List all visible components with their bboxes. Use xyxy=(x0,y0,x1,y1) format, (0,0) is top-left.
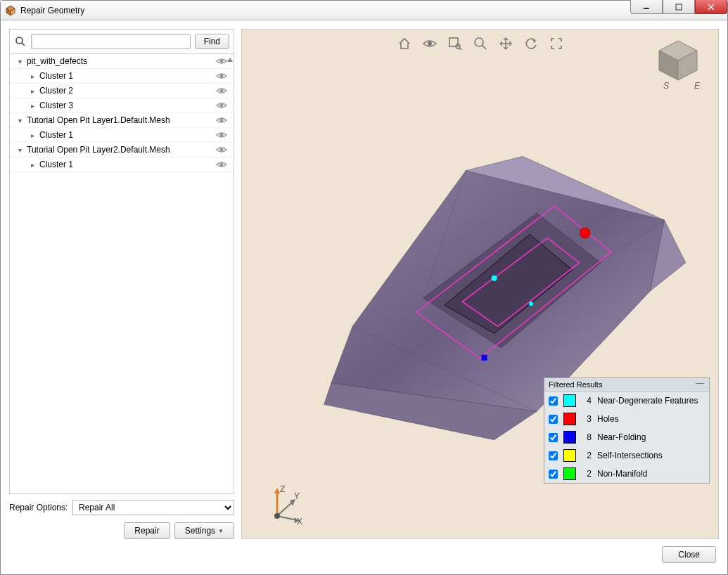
filter-label: Near-Degenerate Features xyxy=(597,396,705,406)
repair-options-select[interactable]: Repair All xyxy=(72,500,234,515)
color-swatch xyxy=(563,449,576,462)
scroll-up-icon[interactable] xyxy=(227,56,233,62)
filter-checkbox[interactable] xyxy=(549,451,558,460)
axis-gizmo[interactable]: Z Y X xyxy=(263,485,302,524)
dialog-footer: Close xyxy=(9,546,719,566)
tree-twist-icon[interactable]: ▾ xyxy=(14,146,25,154)
filter-checkbox[interactable] xyxy=(549,433,558,442)
filter-item[interactable]: 4Near-Degenerate Features xyxy=(544,392,709,410)
zoom-icon[interactable] xyxy=(472,35,489,52)
color-swatch xyxy=(563,431,576,444)
maximize-button[interactable] xyxy=(663,0,695,14)
tree-node[interactable]: ▾Tutorial Open Pit Layer2.Default.Mesh xyxy=(10,143,234,157)
filter-label: Near-Folding xyxy=(597,432,705,442)
filter-checkbox[interactable] xyxy=(549,470,558,479)
svg-rect-44 xyxy=(482,355,487,361)
filtered-results-header[interactable]: Filtered Results — xyxy=(544,378,709,392)
viewport-3d[interactable]: S E xyxy=(241,29,719,539)
tree-node[interactable]: ▸Cluster 2 xyxy=(10,84,234,98)
home-icon[interactable] xyxy=(396,35,413,52)
navigation-cube[interactable]: S E xyxy=(651,37,705,91)
object-tree[interactable]: ▾pit_with_defects▸Cluster 1▸Cluster 2▸Cl… xyxy=(9,53,234,494)
repair-button[interactable]: Repair xyxy=(124,522,170,539)
tree-node[interactable]: ▾pit_with_defects xyxy=(10,54,234,69)
panel-minimize-icon[interactable]: — xyxy=(695,380,705,389)
svg-text:X: X xyxy=(297,517,302,524)
svg-text:Z: Z xyxy=(280,485,285,494)
visibility-eye-icon[interactable] xyxy=(215,99,228,112)
close-button[interactable]: Close xyxy=(662,546,716,563)
tree-twist-icon[interactable]: ▸ xyxy=(27,161,38,169)
svg-point-43 xyxy=(529,302,533,306)
repair-options-label: Repair Options: xyxy=(9,503,68,512)
left-panel: Find ▾pit_with_defects▸Cluster 1▸Cluster… xyxy=(9,29,234,539)
filter-item[interactable]: 2Non-Manifold xyxy=(544,465,709,483)
zoom-box-icon[interactable] xyxy=(447,35,464,52)
search-row: Find xyxy=(9,29,234,53)
svg-text:S: S xyxy=(663,81,669,91)
tree-node[interactable]: ▸Cluster 1 xyxy=(10,157,234,172)
filter-item[interactable]: 8Near-Folding xyxy=(544,428,709,446)
svg-point-12 xyxy=(220,89,224,93)
find-button[interactable]: Find xyxy=(195,34,229,49)
close-window-button[interactable] xyxy=(695,0,727,14)
tree-twist-icon[interactable]: ▸ xyxy=(27,87,38,95)
svg-point-16 xyxy=(220,148,224,152)
svg-point-18 xyxy=(428,41,432,46)
tree-node[interactable]: ▸Cluster 1 xyxy=(10,128,234,143)
visibility-eye-icon[interactable] xyxy=(215,55,228,67)
pan-icon[interactable] xyxy=(497,35,514,52)
tree-twist-icon[interactable]: ▾ xyxy=(14,58,25,65)
filter-label: Non-Manifold xyxy=(597,469,705,479)
visibility-eye-icon[interactable] xyxy=(215,129,228,141)
filtered-results-title: Filtered Results xyxy=(549,380,695,389)
filter-count: 8 xyxy=(582,432,592,442)
expand-icon[interactable] xyxy=(548,35,565,52)
tree-label: Cluster 1 xyxy=(38,71,215,81)
filter-item[interactable]: 2Self-Intersections xyxy=(544,446,709,465)
svg-marker-46 xyxy=(274,488,280,493)
svg-point-11 xyxy=(220,75,224,78)
rotate-icon[interactable] xyxy=(523,35,539,52)
window-buttons xyxy=(630,1,727,20)
visibility-eye-icon[interactable] xyxy=(215,70,228,82)
svg-marker-9 xyxy=(227,58,233,62)
tree-twist-icon[interactable]: ▾ xyxy=(14,117,25,124)
filter-count: 4 xyxy=(582,396,592,406)
filter-checkbox[interactable] xyxy=(549,396,558,406)
tree-twist-icon[interactable]: ▸ xyxy=(27,102,38,110)
svg-text:E: E xyxy=(694,81,701,91)
svg-point-17 xyxy=(220,163,224,167)
client-area: Find ▾pit_with_defects▸Cluster 1▸Cluster… xyxy=(1,20,727,574)
filter-checkbox[interactable] xyxy=(549,415,558,424)
search-input[interactable] xyxy=(31,34,191,49)
svg-line-23 xyxy=(482,45,486,49)
tree-twist-icon[interactable]: ▸ xyxy=(27,131,38,139)
search-icon xyxy=(14,35,27,48)
visibility-eye-icon[interactable] xyxy=(215,84,228,97)
filtered-results-panel[interactable]: Filtered Results — 4Near-Degenerate Feat… xyxy=(544,377,710,484)
visibility-eye-icon[interactable] xyxy=(215,143,228,156)
svg-line-8 xyxy=(22,43,25,46)
minimize-button[interactable] xyxy=(630,0,663,14)
tree-node[interactable]: ▸Cluster 1 xyxy=(10,69,234,84)
settings-button[interactable]: Settings ▼ xyxy=(174,522,234,539)
svg-point-13 xyxy=(220,104,224,108)
eye-view-icon[interactable] xyxy=(421,35,438,52)
svg-line-21 xyxy=(459,48,461,50)
tree-node[interactable]: ▾Tutorial Open Pit Layer1.Default.Mesh xyxy=(10,113,234,128)
filter-item[interactable]: 3Holes xyxy=(544,410,709,428)
visibility-eye-icon[interactable] xyxy=(215,114,228,127)
svg-line-47 xyxy=(277,516,297,520)
visibility-eye-icon[interactable] xyxy=(215,158,228,171)
filter-count: 2 xyxy=(582,451,592,460)
tree-label: Tutorial Open Pit Layer1.Default.Mesh xyxy=(25,115,215,125)
tree-label: Cluster 1 xyxy=(38,160,215,169)
tree-node[interactable]: ▸Cluster 3 xyxy=(10,98,234,113)
tree-label: Cluster 1 xyxy=(38,130,215,140)
viewport-toolbar xyxy=(396,35,565,52)
titlebar[interactable]: Repair Geometry xyxy=(1,1,727,20)
svg-point-41 xyxy=(580,228,590,238)
tree-twist-icon[interactable]: ▸ xyxy=(27,72,38,80)
svg-point-42 xyxy=(492,276,497,281)
